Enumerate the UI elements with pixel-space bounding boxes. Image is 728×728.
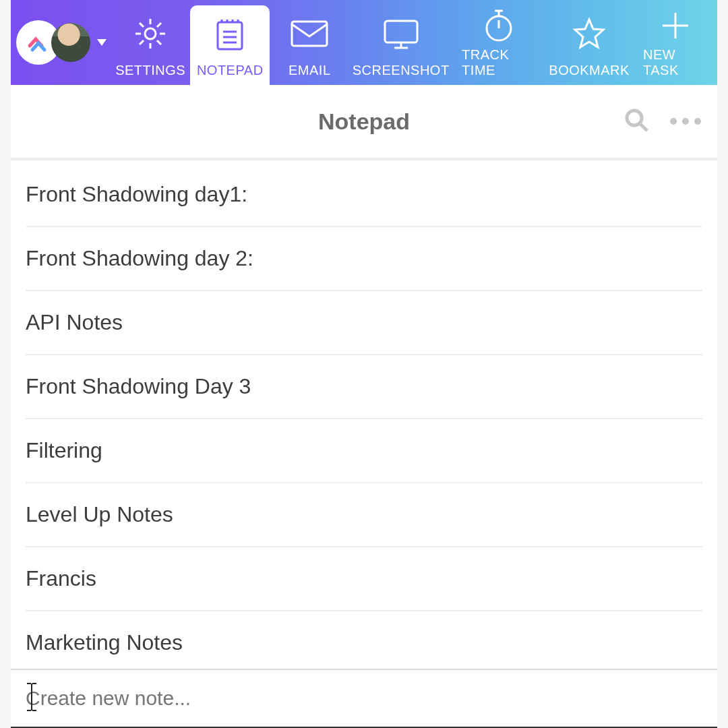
stopwatch-icon	[482, 7, 516, 43]
toolbar-notepad[interactable]: NOTEPAD	[190, 5, 270, 85]
more-menu-button[interactable]	[670, 118, 701, 125]
note-item[interactable]: Front Shadowing day1:	[26, 160, 702, 227]
dots-icon	[670, 118, 677, 125]
toolbar-label: SETTINGS	[115, 63, 185, 78]
dots-icon	[694, 118, 701, 125]
toolbar-tracktime[interactable]: TRACK TIME	[452, 0, 545, 85]
svg-rect-3	[385, 21, 417, 42]
note-item[interactable]: Filtering	[26, 419, 702, 483]
toolbar-settings[interactable]: SETTINGS	[111, 0, 190, 85]
search-icon	[623, 107, 650, 133]
note-title: Francis	[26, 566, 96, 590]
user-avatar[interactable]	[51, 23, 90, 62]
note-item[interactable]: Marketing Notes	[26, 611, 702, 674]
note-item[interactable]: Front Shadowing Day 3	[26, 355, 702, 419]
note-title: Front Shadowing Day 3	[26, 374, 251, 398]
toolbar-label: NEW TASK	[643, 47, 708, 78]
svg-rect-1	[218, 22, 242, 49]
note-title: Marketing Notes	[26, 630, 183, 655]
note-title: Filtering	[26, 438, 102, 462]
note-item[interactable]: Level Up Notes	[26, 483, 702, 547]
search-button[interactable]	[623, 107, 650, 136]
create-note-bar	[11, 669, 717, 728]
note-item[interactable]: API Notes	[26, 291, 702, 355]
toolbar-label: SCREENSHOT	[353, 63, 450, 78]
toolbar-label: TRACK TIME	[462, 47, 535, 78]
note-item[interactable]: Front Shadowing day 2:	[26, 227, 702, 291]
dots-icon	[682, 118, 689, 125]
create-note-input[interactable]	[26, 687, 702, 710]
toolbar-label: NOTEPAD	[197, 63, 264, 78]
page-header: Notepad	[11, 85, 717, 160]
toolbar-email[interactable]: EMAIL	[270, 0, 349, 85]
note-title: API Notes	[26, 310, 123, 334]
note-title: Front Shadowing day1:	[26, 182, 247, 206]
toolbar-label: EMAIL	[289, 63, 331, 78]
note-title: Front Shadowing day 2:	[26, 246, 253, 270]
top-toolbar: SETTINGS NOTEPAD	[11, 0, 717, 85]
monitor-icon	[381, 8, 421, 59]
note-list: Front Shadowing day1: Front Shadowing da…	[11, 160, 717, 674]
notepad-icon	[214, 9, 246, 59]
envelope-icon	[289, 8, 330, 59]
svg-point-0	[145, 28, 156, 39]
page-title: Notepad	[318, 109, 410, 135]
svg-point-5	[627, 111, 642, 125]
note-title: Level Up Notes	[26, 502, 173, 526]
chevron-down-icon	[97, 39, 107, 46]
star-icon	[571, 8, 607, 59]
plus-icon	[659, 8, 692, 43]
toolbar-screenshot[interactable]: SCREENSHOT	[349, 0, 452, 85]
workspace-switcher[interactable]	[15, 0, 111, 85]
gear-icon	[133, 8, 168, 59]
svg-rect-2	[292, 22, 327, 46]
toolbar-bookmark[interactable]: BOOKMARK	[545, 0, 634, 85]
toolbar-label: BOOKMARK	[549, 63, 630, 78]
toolbar-newtask[interactable]: NEW TASK	[634, 0, 717, 85]
note-item[interactable]: Francis	[26, 547, 702, 611]
